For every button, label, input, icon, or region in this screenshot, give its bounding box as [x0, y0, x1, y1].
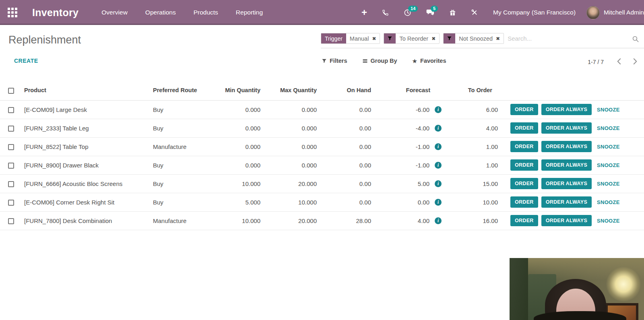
product-cell[interactable]: [FURN_2333] Table Leg — [18, 119, 147, 137]
apps-menu-icon[interactable] — [8, 8, 17, 17]
on-hand-cell[interactable]: 0.00 — [318, 193, 372, 211]
on-hand-cell[interactable]: 0.00 — [318, 119, 372, 137]
quick-add-icon[interactable]: + — [361, 8, 367, 17]
forecast-info-icon[interactable]: i — [435, 199, 442, 206]
user-avatar[interactable] — [586, 6, 600, 19]
forecast-info-icon[interactable]: i — [435, 143, 442, 150]
facet-remove-icon[interactable]: ✖ — [431, 36, 436, 41]
favorites-menu[interactable]: ★ Favorites — [412, 58, 446, 64]
min-quantity-cell[interactable]: 10.000 — [203, 211, 261, 230]
table-row[interactable]: [FURN_2333] Table Leg Buy 0.000 0.000 0.… — [0, 119, 644, 137]
min-quantity-cell[interactable]: 0.000 — [203, 156, 261, 174]
max-quantity-cell[interactable]: 10.000 — [261, 193, 318, 211]
group-by-menu[interactable]: Group By — [362, 58, 397, 64]
max-quantity-cell[interactable]: 20.000 — [261, 174, 318, 193]
select-all-checkbox[interactable] — [8, 88, 14, 94]
order-always-button[interactable]: ORDER ALWAYS — [541, 178, 592, 189]
column-header-to-order[interactable]: To Order — [442, 79, 499, 100]
activities-clock-icon[interactable]: 14 — [404, 9, 411, 17]
menu-operations[interactable]: Operations — [145, 9, 176, 16]
on-hand-cell[interactable]: 0.00 — [318, 156, 372, 174]
order-button[interactable]: ORDER — [510, 141, 538, 152]
tools-icon[interactable] — [471, 9, 478, 16]
max-quantity-cell[interactable]: 20.000 — [261, 211, 318, 230]
preferred-route-cell[interactable]: Manufacture — [147, 211, 203, 230]
on-hand-cell[interactable]: 0.00 — [318, 100, 372, 119]
row-checkbox[interactable] — [8, 200, 14, 206]
menu-reporting[interactable]: Reporting — [236, 9, 263, 16]
table-row[interactable]: [FURN_8900] Drawer Black Buy 0.000 0.000… — [0, 156, 644, 174]
preferred-route-cell[interactable]: Buy — [147, 193, 203, 211]
min-quantity-cell[interactable]: 10.000 — [203, 174, 261, 193]
column-header-forecast[interactable]: Forecast — [372, 79, 442, 100]
snooze-button[interactable]: SNOOZE — [597, 162, 620, 168]
row-checkbox[interactable] — [8, 181, 14, 187]
preferred-route-cell[interactable]: Buy — [147, 119, 203, 137]
order-always-button[interactable]: ORDER ALWAYS — [541, 141, 592, 152]
menu-products[interactable]: Products — [194, 9, 218, 16]
column-header-route[interactable]: Preferred Route — [147, 79, 203, 100]
facet-remove-icon[interactable]: ✖ — [496, 36, 500, 41]
row-checkbox[interactable] — [8, 144, 14, 150]
row-checkbox[interactable] — [8, 107, 14, 113]
company-switcher[interactable]: My Company (San Francisco) — [493, 9, 576, 16]
forecast-info-icon[interactable]: i — [435, 162, 442, 169]
snooze-button[interactable]: SNOOZE — [597, 144, 620, 150]
phone-icon[interactable] — [382, 9, 389, 16]
to-order-cell[interactable]: 15.00 — [442, 174, 499, 193]
column-header-min-quantity[interactable]: Min Quantity — [203, 79, 261, 100]
order-button[interactable]: ORDER — [510, 196, 538, 208]
order-always-button[interactable]: ORDER ALWAYS — [541, 104, 592, 115]
column-header-on-hand[interactable]: On Hand — [318, 79, 372, 100]
preferred-route-cell[interactable]: Buy — [147, 156, 203, 174]
order-always-button[interactable]: ORDER ALWAYS — [541, 196, 592, 208]
max-quantity-cell[interactable]: 0.000 — [261, 156, 318, 174]
to-order-cell[interactable]: 10.00 — [442, 193, 499, 211]
to-order-cell[interactable]: 16.00 — [442, 211, 499, 230]
search-icon[interactable] — [632, 35, 639, 44]
product-cell[interactable]: [FURN_8900] Drawer Black — [18, 156, 147, 174]
to-order-cell[interactable]: 1.00 — [442, 137, 499, 156]
table-row[interactable]: [FURN_7800] Desk Combination Manufacture… — [0, 211, 644, 230]
product-cell[interactable]: [FURN_7800] Desk Combination — [18, 211, 147, 230]
max-quantity-cell[interactable]: 0.000 — [261, 119, 318, 137]
min-quantity-cell[interactable]: 0.000 — [203, 137, 261, 156]
search-input[interactable] — [508, 33, 628, 44]
forecast-info-icon[interactable]: i — [435, 106, 442, 113]
snooze-button[interactable]: SNOOZE — [597, 107, 620, 113]
filters-menu[interactable]: Filters — [322, 58, 347, 64]
min-quantity-cell[interactable]: 0.000 — [203, 100, 261, 119]
create-button[interactable]: CREATE — [14, 58, 38, 64]
to-order-cell[interactable]: 1.00 — [442, 156, 499, 174]
order-button[interactable]: ORDER — [510, 178, 538, 189]
order-button[interactable]: ORDER — [510, 104, 538, 115]
order-always-button[interactable]: ORDER ALWAYS — [541, 122, 592, 134]
product-cell[interactable]: [FURN_6666] Acoustic Bloc Screens — [18, 174, 147, 193]
on-hand-cell[interactable]: 0.00 — [318, 137, 372, 156]
max-quantity-cell[interactable]: 0.000 — [261, 100, 318, 119]
messages-icon[interactable]: 5 — [426, 9, 434, 16]
min-quantity-cell[interactable]: 5.000 — [203, 193, 261, 211]
preferred-route-cell[interactable]: Buy — [147, 174, 203, 193]
pager-previous-icon[interactable] — [616, 57, 622, 67]
max-quantity-cell[interactable]: 0.000 — [261, 137, 318, 156]
product-cell[interactable]: [FURN_8522] Table Top — [18, 137, 147, 156]
table-row[interactable]: [E-COM09] Large Desk Buy 0.000 0.000 0.0… — [0, 100, 644, 119]
snooze-button[interactable]: SNOOZE — [597, 199, 620, 205]
app-title[interactable]: Inventory — [32, 7, 78, 19]
preferred-route-cell[interactable]: Manufacture — [147, 137, 203, 156]
on-hand-cell[interactable]: 0.00 — [318, 174, 372, 193]
snooze-button[interactable]: SNOOZE — [597, 181, 620, 187]
order-always-button[interactable]: ORDER ALWAYS — [541, 215, 592, 226]
min-quantity-cell[interactable]: 0.000 — [203, 119, 261, 137]
forecast-info-icon[interactable]: i — [435, 217, 442, 224]
to-order-cell[interactable]: 4.00 — [442, 119, 499, 137]
column-header-product[interactable]: Product — [18, 79, 147, 100]
forecast-info-icon[interactable]: i — [435, 180, 442, 187]
row-checkbox[interactable] — [8, 163, 14, 169]
order-always-button[interactable]: ORDER ALWAYS — [541, 159, 592, 171]
user-menu[interactable]: Mitchell Admin — [604, 9, 644, 16]
to-order-cell[interactable]: 6.00 — [442, 100, 499, 119]
order-button[interactable]: ORDER — [510, 122, 538, 134]
table-row[interactable]: [FURN_6666] Acoustic Bloc Screens Buy 10… — [0, 174, 644, 193]
